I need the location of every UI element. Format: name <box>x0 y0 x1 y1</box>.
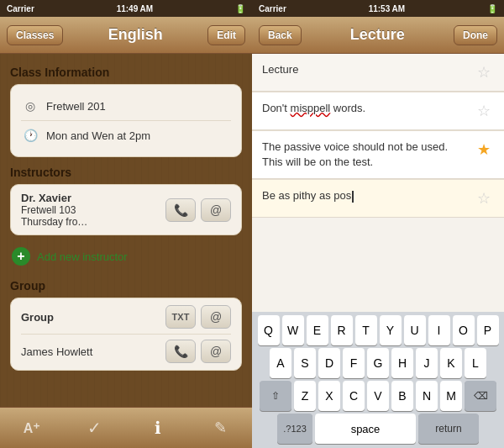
group-txt-button[interactable]: TXT <box>165 305 196 329</box>
left-panel: Carrier 11:49 AM 🔋 Classes English Edit … <box>0 0 252 448</box>
key-x[interactable]: X <box>318 381 340 411</box>
right-panel: Carrier 11:53 AM 🔋 Back Lecture Done Lec… <box>252 0 504 448</box>
pencil-tab[interactable]: ✎ <box>196 411 246 445</box>
instructor-card: Dr. Xavier Fretwell 103 Thursday fro… 📞 … <box>10 184 242 235</box>
group-label: Group <box>21 311 54 324</box>
instructor-info: Dr. Xavier Fretwell 103 Thursday fro… <box>21 192 165 228</box>
schedule-text: Mon and Wen at 2pm <box>46 129 150 142</box>
keyboard-row-4: .?123 space return <box>254 414 502 444</box>
check-tab[interactable]: ✓ <box>70 411 120 445</box>
misspelled-word: misppell <box>291 102 331 114</box>
key-j[interactable]: J <box>416 348 438 378</box>
left-battery: 🔋 <box>235 4 245 13</box>
instructor-call-button[interactable]: 📞 <box>165 198 196 222</box>
info-icon: ℹ <box>155 418 161 438</box>
left-nav-title: English <box>108 26 163 44</box>
right-nav-bar: Back Lecture Done <box>252 17 504 54</box>
back-button[interactable]: Back <box>259 25 302 45</box>
key-t[interactable]: T <box>355 315 377 345</box>
star-icon[interactable]: ☆ <box>474 101 494 121</box>
group-header-row: Group TXT @ <box>21 305 231 335</box>
key-d[interactable]: D <box>318 348 340 378</box>
key-v[interactable]: V <box>367 381 389 411</box>
grade-icon: A⁺ <box>24 420 40 436</box>
right-nav-title: Lecture <box>350 26 405 44</box>
note-text: Don't misppell words. <box>262 101 469 116</box>
numbers-key[interactable]: .?123 <box>277 414 312 444</box>
instructors-section: Instructors Dr. Xavier Fretwell 103 Thur… <box>10 166 242 271</box>
instructor-name: Dr. Xavier <box>21 192 165 204</box>
add-instructor-row[interactable]: + Add new instructor <box>10 242 242 271</box>
done-button[interactable]: Done <box>454 25 497 45</box>
class-info-header: Class Information <box>10 66 242 79</box>
delete-key[interactable]: ⌫ <box>465 381 496 411</box>
key-o[interactable]: O <box>453 315 475 345</box>
note-item[interactable]: Don't misppell words. ☆ <box>252 92 504 130</box>
group-header: Group <box>10 279 242 293</box>
edit-button[interactable]: Edit <box>207 25 245 45</box>
keyboard-row-2: A S D F G H J K L <box>254 348 502 378</box>
keyboard-row-1: Q W E R T Y U I O P <box>254 315 502 345</box>
key-h[interactable]: H <box>391 348 413 378</box>
key-m[interactable]: M <box>440 381 462 411</box>
space-key[interactable]: space <box>315 414 416 444</box>
left-time: 11:49 AM <box>117 4 154 13</box>
instructors-header: Instructors <box>10 166 242 179</box>
group-card: Group TXT @ James Howlett 📞 @ <box>10 298 242 371</box>
key-l[interactable]: L <box>465 348 486 378</box>
star-icon[interactable]: ☆ <box>474 188 494 208</box>
key-k[interactable]: K <box>440 348 462 378</box>
key-e[interactable]: E <box>307 315 328 345</box>
instructor-room: Fretwell 103 <box>21 204 165 216</box>
star-icon[interactable]: ★ <box>474 140 494 160</box>
grade-tab[interactable]: A⁺ <box>7 411 57 445</box>
right-time: 11:53 AM <box>369 4 406 13</box>
key-u[interactable]: U <box>404 315 426 345</box>
return-key[interactable]: return <box>418 414 479 444</box>
clock-icon: 🕐 <box>21 126 39 145</box>
key-p[interactable]: P <box>477 315 499 345</box>
instructor-email-button[interactable]: @ <box>201 198 231 222</box>
key-f[interactable]: F <box>343 348 365 378</box>
group-email-button[interactable]: @ <box>201 305 231 329</box>
instructor-row: Dr. Xavier Fretwell 103 Thursday fro… 📞 … <box>21 192 231 228</box>
classes-back-button[interactable]: Classes <box>7 25 63 45</box>
key-s[interactable]: S <box>294 348 316 378</box>
key-q[interactable]: Q <box>258 315 280 345</box>
instructor-time: Thursday fro… <box>21 216 165 228</box>
key-c[interactable]: C <box>343 381 365 411</box>
group-action-btns: TXT @ <box>165 305 231 329</box>
right-status-bar: Carrier 11:53 AM 🔋 <box>252 0 504 17</box>
key-i[interactable]: I <box>428 315 450 345</box>
right-battery: 🔋 <box>487 4 497 13</box>
key-b[interactable]: B <box>391 381 413 411</box>
key-w[interactable]: W <box>282 315 304 345</box>
member-email-button[interactable]: @ <box>201 340 231 363</box>
note-item[interactable]: Lecture ☆ <box>252 54 504 92</box>
group-section: Group Group TXT @ James Howlett 📞 @ <box>10 279 242 371</box>
right-carrier: Carrier <box>259 4 286 13</box>
key-n[interactable]: N <box>416 381 438 411</box>
class-info-card: ◎ Fretwell 201 🕐 Mon and Wen at 2pm <box>10 84 242 157</box>
notes-list: Lecture ☆ Don't misppell words. ☆ The pa… <box>252 54 504 312</box>
note-text: Be as pithy as pos <box>262 188 469 203</box>
key-a[interactable]: A <box>270 348 291 378</box>
left-tab-bar: A⁺ ✓ ℹ ✎ <box>0 407 252 448</box>
key-r[interactable]: R <box>331 315 353 345</box>
key-g[interactable]: G <box>367 348 389 378</box>
note-text: The passive voice should not be used. Th… <box>262 140 469 170</box>
keyboard-row-3: ⇧ Z X C V B N M ⌫ <box>254 381 502 411</box>
keyboard-area: Q W E R T Y U I O P A S D F G H J K L ⇧ … <box>252 312 504 448</box>
shift-key[interactable]: ⇧ <box>260 381 291 411</box>
left-status-bar: Carrier 11:49 AM 🔋 <box>0 0 252 17</box>
info-tab[interactable]: ℹ <box>133 411 183 445</box>
key-y[interactable]: Y <box>380 315 402 345</box>
left-content: Class Information ◎ Fretwell 201 🕐 Mon a… <box>0 54 252 407</box>
key-z[interactable]: Z <box>294 381 316 411</box>
left-nav-bar: Classes English Edit <box>0 17 252 54</box>
member-call-button[interactable]: 📞 <box>165 340 196 363</box>
star-icon[interactable]: ☆ <box>474 62 494 82</box>
note-item[interactable]: The passive voice should not be used. Th… <box>252 131 504 179</box>
note-item-editing[interactable]: Be as pithy as pos ☆ <box>252 180 504 218</box>
location-icon: ◎ <box>21 97 39 115</box>
